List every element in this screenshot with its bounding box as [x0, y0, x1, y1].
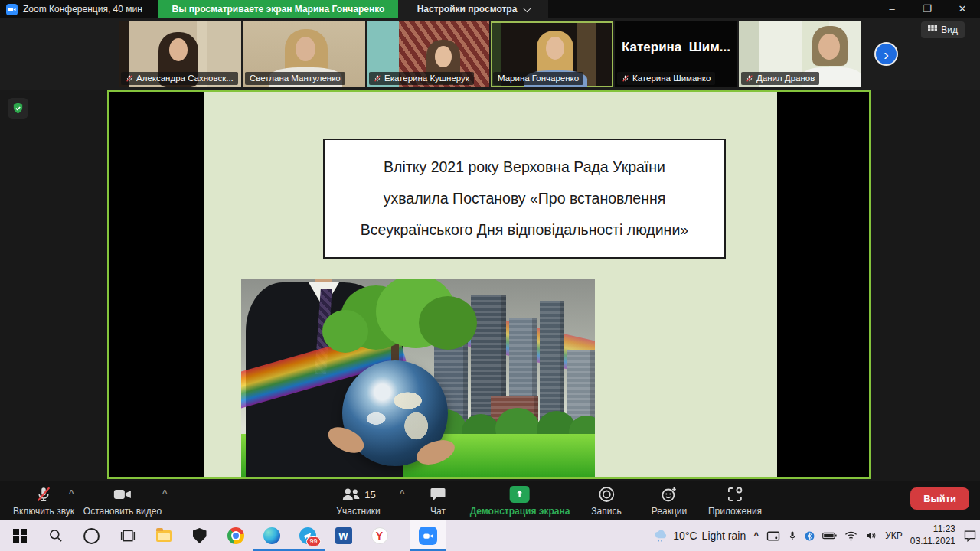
system-tray: 10°C Light rain ^ УКР 11:23 03.11.2021 [653, 520, 977, 551]
edge-button[interactable] [253, 520, 289, 551]
participant-nameplate: Екатерина Кушнерук [369, 72, 474, 85]
next-participants-button[interactable]: › [874, 42, 898, 66]
participant-name: Екатерина Кушнерук [384, 73, 469, 83]
weather-temp: 10°C [673, 530, 697, 542]
wifi-icon[interactable] [844, 531, 858, 541]
zoom-app-icon [6, 4, 18, 15]
windows-taskbar: 99 W Y 10°C Light rain ^ УКР 11:23 03. [0, 520, 980, 551]
reactions-button[interactable]: Реакции [652, 485, 687, 517]
microphone-tray-icon[interactable] [788, 530, 797, 543]
participant-name: Катерина Шиманко [632, 73, 710, 83]
participants-icon [341, 485, 361, 504]
participant-video [296, 37, 315, 61]
search-button[interactable] [38, 520, 74, 551]
participant-video [169, 38, 188, 61]
participant-nameplate: Данил Дранов [741, 72, 819, 85]
participant-name: Светлана Мантуленко [250, 73, 341, 83]
slide-text-line: ухвалила Постанову «Про встановлення [334, 190, 715, 207]
muted-mic-icon [746, 74, 753, 83]
share-screen-button[interactable]: Демонстрация экрана [470, 485, 570, 517]
notifications-icon[interactable] [963, 530, 977, 542]
audio-options-chevron[interactable]: ^ [69, 488, 74, 497]
speaker-icon[interactable] [865, 530, 877, 541]
apps-button[interactable]: Приложения [708, 485, 762, 517]
participants-options-chevron[interactable]: ^ [400, 488, 404, 497]
chrome-button[interactable] [217, 520, 253, 551]
cortana-button[interactable] [74, 520, 109, 551]
clock-widget[interactable]: 11:23 03.11.2021 [910, 523, 956, 547]
word-icon: W [335, 527, 352, 544]
meeting-toolbar: Включить звук ^ Остановить видео ^ 15 Уч… [0, 481, 980, 520]
slide-text-box: Влітку 2021 року Верховна Рада України у… [323, 139, 726, 259]
windows-defender-button[interactable] [181, 520, 217, 551]
muted-mic-icon [374, 74, 381, 83]
participant-tile-danil[interactable]: Данил Дранов [739, 21, 861, 87]
unmute-button[interactable]: Включить звук [13, 485, 74, 517]
edge-icon [263, 527, 280, 544]
view-layout-button[interactable]: Вид [921, 21, 965, 38]
telegram-button[interactable]: 99 [289, 520, 325, 551]
reactions-label: Реакции [652, 506, 687, 517]
windows-logo-icon [13, 529, 27, 543]
participant-tile-ekaterina[interactable]: Екатерина Кушнерук [367, 21, 489, 87]
tree-graphic [419, 296, 477, 350]
weather-widget[interactable]: 10°C Light rain [653, 529, 746, 543]
participant-nameplate: Александра Сахновск... [121, 72, 238, 85]
participant-tile-svetlana[interactable]: Светлана Мантуленко [243, 21, 365, 87]
language-indicator[interactable]: УКР [885, 530, 903, 541]
zoom-icon [419, 527, 437, 545]
participant-name: Данил Дранов [756, 73, 815, 83]
participant-tile-marina-active-speaker[interactable]: Марина Гончаренко [491, 21, 613, 87]
search-icon [48, 528, 64, 543]
battery-icon[interactable] [822, 531, 837, 540]
participant-tile-katerina-camera-off[interactable]: Катерина Шим... Катерина Шиманко [615, 21, 737, 87]
view-settings-button[interactable]: Настройки просмотра [398, 0, 548, 18]
leave-meeting-button[interactable]: Выйти [910, 487, 969, 510]
cast-screen-icon[interactable] [766, 530, 780, 542]
muted-mic-icon [126, 74, 133, 83]
telegram-icon: 99 [299, 527, 316, 544]
share-screen-icon [510, 486, 530, 503]
chat-button[interactable]: Чат [429, 485, 447, 517]
yandex-browser-button[interactable]: Y [361, 520, 397, 551]
window-title: Zoom Конференция, 40 мин [23, 4, 142, 15]
share-screen-label: Демонстрация экрана [470, 506, 570, 517]
shield-icon [193, 528, 207, 543]
slide-text-line: Влітку 2021 року Верховна Рада України [334, 158, 715, 176]
start-button[interactable] [2, 520, 38, 551]
viewing-screen-banner: Вы просматриваете экран Марина Гончаренк… [158, 0, 398, 18]
weather-desc: Light rain [702, 530, 746, 542]
stop-video-label: Остановить видео [83, 506, 162, 517]
camera-icon [113, 485, 132, 504]
word-button[interactable]: W [325, 520, 361, 551]
participants-button[interactable]: 15 Участники [336, 485, 380, 517]
participant-display-name: Катерина Шим... [615, 21, 737, 73]
participant-tile-aleksandra[interactable]: Александра Сахновск... [119, 21, 241, 87]
apps-icon [726, 485, 744, 504]
muted-mic-icon [35, 485, 52, 504]
slide-image [241, 279, 595, 477]
file-explorer-button[interactable] [145, 520, 181, 551]
participant-video [818, 34, 840, 60]
task-view-button[interactable] [109, 520, 145, 551]
reactions-smiley-icon [660, 485, 678, 504]
zoom-app-window: Zoom Конференция, 40 мин Вы просматривае… [0, 0, 980, 551]
weather-rain-icon [653, 529, 668, 543]
apps-label: Приложения [708, 506, 762, 517]
clock-time: 11:23 [910, 523, 956, 536]
participant-nameplate: Марина Гончаренко [493, 72, 583, 85]
slide-text-line: Всеукраїнського Дня відповідальності люд… [334, 221, 715, 239]
tray-overflow-chevron[interactable]: ^ [753, 530, 759, 541]
stop-video-button[interactable]: Остановить видео [83, 485, 162, 517]
record-button[interactable]: Запись [591, 485, 621, 517]
zoom-taskbar-button[interactable] [410, 520, 446, 551]
video-options-chevron[interactable]: ^ [162, 488, 167, 497]
folder-icon [156, 530, 172, 542]
shared-screen-view: Влітку 2021 року Верховна Рада України у… [107, 90, 871, 479]
restore-button[interactable]: ❐ [910, 0, 945, 18]
security-badge[interactable] [8, 98, 28, 119]
view-button-label: Вид [941, 24, 958, 35]
minimize-button[interactable]: – [874, 0, 910, 18]
close-button[interactable]: ✕ [945, 0, 980, 18]
bluetooth-icon[interactable] [805, 530, 815, 543]
